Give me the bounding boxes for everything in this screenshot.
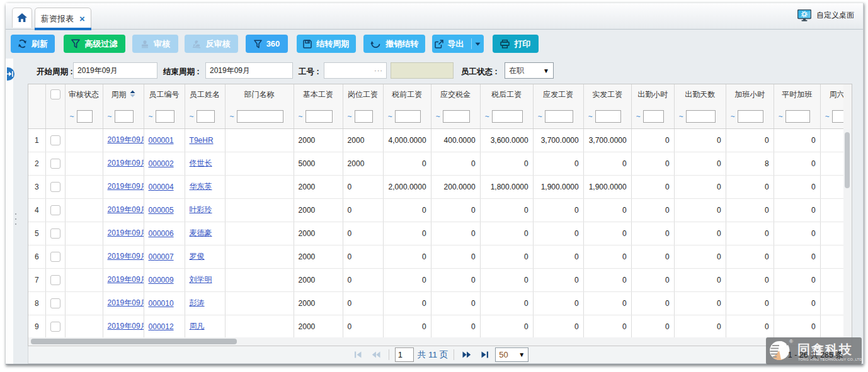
column-header-audit_status[interactable]: 审核状态 [65,84,103,104]
column-header-payable_salary[interactable]: 应发工资 [533,84,583,104]
row-checkbox[interactable] [50,135,60,145]
cell-link-employee_name[interactable]: 佟世长 [190,159,212,167]
page-size-select[interactable]: 50 ▼ [495,347,528,362]
column-filter-input[interactable] [156,110,174,123]
cell-link-employee_name[interactable]: 周凡 [190,322,205,330]
unaudit-button[interactable]: 反审核 [185,35,238,53]
customize-desktop-button[interactable]: 自定义桌面 [797,9,854,21]
select-all-checkbox[interactable] [50,89,60,99]
cell-link-employee_name[interactable]: 彭涛 [190,298,205,307]
column-header-tax_payable[interactable]: 应交税金 [431,84,480,104]
column-filter-input[interactable] [237,110,283,123]
column-filter-input[interactable] [686,110,716,123]
audit-button[interactable]: 审核 [132,35,178,53]
column-filter-input[interactable] [643,110,664,123]
column-header-period[interactable]: 周期 [103,84,144,104]
cell-link-employee_no[interactable]: 000012 [149,322,174,331]
cell-link-employee_name[interactable]: 华东英 [190,182,212,191]
cell-link-employee_no[interactable]: 000004 [149,183,174,191]
export-main[interactable]: 导出 [432,38,467,50]
row-checkbox[interactable] [50,252,60,262]
tab-close-icon[interactable]: × [79,14,85,23]
cell-link-employee_name[interactable]: 刘学明 [190,275,212,284]
column-filter-input[interactable] [492,110,523,123]
end-period-input[interactable] [205,62,293,79]
row-checkbox[interactable] [50,275,60,285]
column-filter-input[interactable] [395,110,421,123]
employee-status-select[interactable]: 在职 ▼ [505,62,554,79]
horizontal-scrollbar-thumb[interactable] [31,339,237,344]
row-checkbox[interactable] [50,228,60,239]
tab-salary-report[interactable]: 薪资报表 × [35,8,91,30]
column-header-employee_no[interactable]: 员工编号 [144,84,185,104]
column-filter-input[interactable] [355,110,373,123]
cell-link-employee_name[interactable]: 麦德豪 [190,228,212,237]
undo-carry-button[interactable]: 撤销结转 [363,35,425,53]
cell-link-employee_no[interactable]: 000001 [149,136,174,145]
column-header-base_salary[interactable]: 基本工资 [294,84,343,104]
cell-link-period[interactable]: 2019年09月 [108,135,144,144]
vertical-scrollbar[interactable] [843,129,852,337]
column-header-aftertax_salary[interactable]: 税后工资 [480,84,533,104]
employee-no-input[interactable]: ··· [324,62,387,79]
column-header-overtime_hours[interactable]: 加班小时 [726,84,774,104]
page-number-input[interactable] [395,347,414,362]
filter-360-button[interactable]: 360 [246,35,288,53]
lookup-ellipsis-icon[interactable]: ··· [374,67,386,74]
cell-link-period[interactable]: 2019年09月 [108,159,144,167]
column-header-post_salary[interactable]: 岗位工资 [343,84,383,104]
cell-link-period[interactable]: 2019年09月 [108,228,144,237]
refresh-button[interactable]: 刷新 [11,35,55,53]
column-filter-input[interactable] [115,110,134,123]
column-header-saturday_overtime[interactable]: 周六加班 [820,84,843,104]
export-button[interactable]: 导出 [432,35,484,53]
column-filter-input[interactable] [77,110,93,123]
row-checkbox[interactable] [50,159,60,169]
row-checkbox[interactable] [50,182,60,192]
column-filter-input[interactable] [738,110,763,123]
cell-link-employee_no[interactable]: 000010 [149,299,174,308]
last-page-button[interactable] [477,348,491,362]
advanced-filter-button[interactable]: 高级过滤 [64,35,125,53]
carry-cycle-button[interactable]: 结转周期 [297,35,356,53]
cell-link-employee_name[interactable]: 叶彩玲 [190,205,212,214]
cell-link-employee_no[interactable]: 000007 [149,252,174,261]
column-header-attendance_days[interactable]: 出勤天数 [674,84,726,104]
column-filter-input[interactable] [306,110,333,123]
cell-link-period[interactable]: 2019年09月 [108,298,144,307]
column-filter-input[interactable] [832,110,843,123]
print-button[interactable]: 打印 [493,35,539,53]
cell-link-employee_no[interactable]: 000009 [149,276,174,285]
column-header-department[interactable]: 部门名称 [225,84,294,104]
cell-link-period[interactable]: 2019年09月 [108,205,144,214]
column-filter-input[interactable] [545,110,573,123]
cell-link-period[interactable]: 2019年09月 [108,322,144,330]
column-header-attendance_hours[interactable]: 出勤小时 [631,84,674,104]
cell-link-employee_name[interactable]: T9eHR [190,136,214,145]
expand-panel-button[interactable] [7,67,14,81]
first-page-button[interactable] [351,348,365,362]
cell-link-employee_no[interactable]: 000002 [149,159,174,168]
next-page-button[interactable] [460,348,474,362]
vertical-scrollbar-thumb[interactable] [845,132,850,188]
column-filter-input[interactable] [785,110,810,123]
row-checkbox[interactable] [50,322,60,332]
column-header-pretax_salary[interactable]: 税前工资 [383,84,431,104]
export-dropdown-toggle[interactable] [471,38,484,49]
column-header-weekday_overtime[interactable]: 平时加班 [774,84,820,104]
cell-link-period[interactable]: 2019年09月 [108,275,144,284]
cell-link-employee_name[interactable]: 罗俊 [190,252,205,261]
cell-link-period[interactable]: 2019年09月 [108,252,144,261]
column-filter-input[interactable] [197,110,215,123]
cell-link-period[interactable]: 2019年09月 [108,182,144,191]
column-header-actual_salary[interactable]: 实发工资 [583,84,631,104]
cell-link-employee_no[interactable]: 000005 [149,206,174,215]
column-filter-input[interactable] [443,110,470,123]
row-checkbox[interactable] [50,205,60,215]
prev-page-button[interactable] [369,348,383,362]
start-period-input[interactable] [73,62,157,79]
cell-link-employee_no[interactable]: 000006 [149,229,174,238]
horizontal-scrollbar[interactable] [28,337,843,346]
row-checkbox[interactable] [50,298,60,308]
column-header-employee_name[interactable]: 员工姓名 [185,84,225,104]
